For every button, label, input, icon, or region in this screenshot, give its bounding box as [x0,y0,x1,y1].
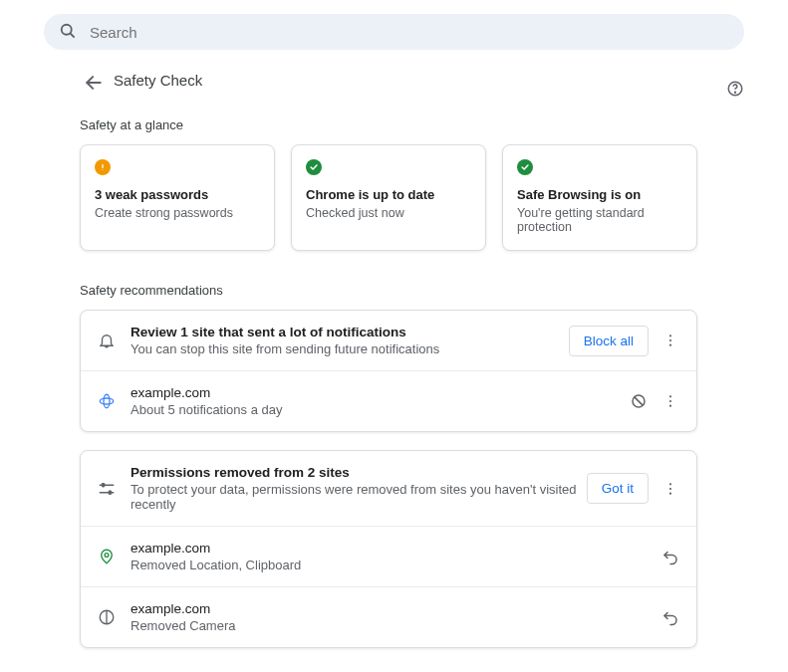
more-button[interactable] [660,479,680,499]
glance-cards: 3 weak passwords Create strong passwords… [80,144,697,251]
site-row: example.com About 5 notifications a day [81,370,696,431]
rec-sub: You can stop this site from sending futu… [131,341,569,356]
svg-point-22 [669,487,671,489]
site-detail: Removed Camera [131,618,660,633]
svg-point-11 [104,394,110,408]
site-row: example.com Removed Camera [81,586,696,647]
glance-label: Safety at a glance [80,117,697,132]
card-sub: Checked just now [306,206,471,220]
svg-point-9 [669,344,671,346]
check-icon [306,159,322,175]
got-it-button[interactable]: Got it [587,473,649,504]
glance-card-safebrowsing[interactable]: Safe Browsing is on You're getting stand… [502,144,697,251]
rec-sub: To protect your data, permissions were r… [131,482,587,512]
svg-point-21 [669,483,671,485]
site-domain: example.com [131,541,660,556]
card-sub: Create strong passwords [95,206,260,220]
undo-icon [661,608,679,626]
undo-button[interactable] [660,607,680,627]
notifications-panel: Review 1 site that sent a lot of notific… [80,310,697,432]
svg-rect-20 [109,491,111,494]
more-vert-icon [662,481,678,497]
svg-point-6 [103,169,104,170]
block-all-button[interactable]: Block all [569,326,649,356]
svg-point-0 [62,24,72,34]
site-detail: Removed Location, Clipboard [131,558,660,572]
recs-label: Safety recommendations [80,283,697,298]
undo-button[interactable] [660,547,680,566]
rec-title: Permissions removed from 2 sites [131,465,587,480]
camera-icon [97,607,117,627]
glance-card-passwords[interactable]: 3 weak passwords Create strong passwords [80,144,275,251]
svg-point-23 [669,492,671,494]
card-title: Safe Browsing is on [517,187,682,202]
warning-icon [95,159,111,175]
svg-point-10 [100,398,114,404]
block-icon [630,392,648,410]
tune-icon [97,479,117,499]
undo-icon [661,548,679,565]
help-button[interactable] [726,80,744,101]
more-vert-icon [662,333,678,348]
block-site-button[interactable] [629,391,649,411]
site-detail: About 5 notifications a day [131,402,629,417]
location-icon [97,547,117,566]
glance-card-update[interactable]: Chrome is up to date Checked just now [291,144,486,251]
search-bar[interactable] [44,14,744,50]
bell-icon [97,331,117,350]
svg-point-24 [105,554,109,558]
search-icon [58,21,78,44]
permissions-header-row: Permissions removed from 2 sites To prot… [81,451,696,526]
help-icon [726,80,744,98]
site-domain: example.com [131,601,660,616]
card-title: 3 weak passwords [95,187,260,202]
page-title: Safety Check [114,72,202,89]
svg-point-16 [669,405,671,407]
svg-point-8 [669,339,671,341]
card-sub: You're getting standard protection [517,206,682,234]
svg-line-13 [635,397,643,405]
svg-point-15 [669,400,671,402]
card-title: Chrome is up to date [306,187,471,202]
svg-point-14 [669,395,671,397]
more-vert-icon [662,393,678,409]
notifications-header-row: Review 1 site that sent a lot of notific… [81,311,696,370]
site-icon [97,391,117,411]
svg-line-1 [71,33,75,37]
arrow-left-icon [84,73,104,93]
more-button[interactable] [660,391,680,411]
permissions-panel: Permissions removed from 2 sites To prot… [80,450,697,648]
back-button[interactable] [84,73,104,93]
search-input[interactable] [88,23,730,42]
svg-rect-19 [103,483,105,486]
site-row: example.com Removed Location, Clipboard [81,526,696,586]
check-icon [517,159,533,175]
svg-point-4 [735,92,736,93]
svg-point-7 [669,335,671,336]
more-button[interactable] [660,331,680,350]
rec-title: Review 1 site that sent a lot of notific… [131,325,569,339]
site-domain: example.com [131,385,629,400]
